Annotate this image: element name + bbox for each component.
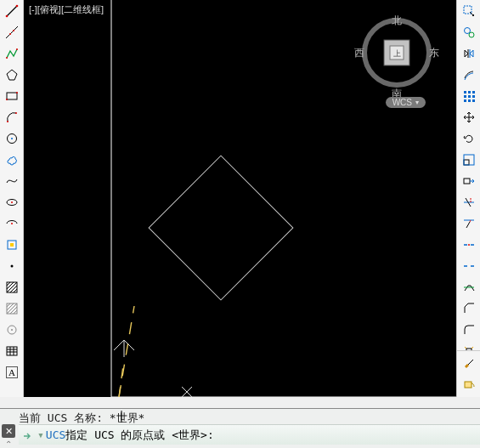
svg-point-2: [16, 4, 19, 7]
polyline-icon[interactable]: [1, 43, 23, 63]
svg-marker-8: [7, 70, 17, 80]
table-icon[interactable]: [1, 341, 23, 360]
select-similar-icon[interactable]: [458, 22, 480, 42]
svg-rect-68: [468, 99, 471, 102]
construction-line-icon[interactable]: [1, 22, 23, 42]
svg-rect-69: [472, 99, 475, 102]
command-input-line[interactable]: ▾ UCS 指定 UCS 的原点或 <世界>:: [19, 424, 480, 445]
polygon-icon[interactable]: [1, 65, 23, 84]
svg-rect-67: [464, 99, 466, 102]
view-cube[interactable]: 上 北 南 西 东: [347, 15, 441, 100]
offset-icon[interactable]: [458, 65, 480, 84]
drawing-canvas[interactable]: [-][俯视][二维线框] 上 北 南 西 东 WCS▾: [24, 0, 456, 397]
svg-point-5: [13, 30, 14, 31]
viewport-label[interactable]: [-][俯视][二维线框]: [29, 3, 104, 16]
command-input[interactable]: [214, 428, 480, 441]
svg-line-90: [468, 360, 473, 365]
svg-rect-66: [472, 95, 475, 98]
svg-rect-49: [149, 156, 293, 300]
svg-text:上: 上: [393, 49, 401, 58]
svg-point-60: [469, 32, 474, 37]
region-icon[interactable]: [1, 320, 23, 339]
svg-rect-91: [465, 382, 472, 388]
right-toolbar: [456, 0, 480, 397]
gradient-icon[interactable]: [1, 298, 23, 318]
spline-icon[interactable]: [1, 171, 23, 190]
svg-line-77: [466, 222, 470, 228]
svg-point-81: [468, 244, 470, 246]
brush-icon[interactable]: [458, 352, 480, 371]
svg-line-56: [182, 387, 192, 397]
array-icon[interactable]: [458, 86, 480, 105]
svg-rect-63: [472, 91, 475, 94]
fillet-icon[interactable]: [458, 320, 480, 339]
right-toolbar-bottom: [456, 350, 480, 397]
command-area: ✕ ⌃ 当前 UCS 名称: *世界* ▾ UCS 指定 UCS 的原点或 <世…: [0, 408, 480, 448]
svg-point-10: [6, 99, 8, 100]
command-history-line: 当前 UCS 名称: *世界*: [19, 411, 480, 424]
circle-icon[interactable]: [1, 128, 23, 148]
svg-line-52: [114, 340, 124, 350]
mirror-icon[interactable]: [458, 43, 480, 63]
svg-line-23: [7, 282, 10, 286]
svg-line-32: [10, 307, 17, 314]
svg-rect-20: [10, 243, 14, 247]
ellipse-arc-icon[interactable]: [1, 213, 23, 233]
rectangle-icon[interactable]: [1, 86, 23, 105]
svg-line-3: [6, 26, 18, 38]
command-arrow-icon: ▾: [37, 428, 44, 441]
hatch-icon[interactable]: [1, 277, 23, 297]
svg-line-53: [124, 340, 134, 350]
svg-point-4: [9, 33, 11, 35]
svg-line-27: [14, 289, 17, 292]
select-icon[interactable]: [458, 1, 480, 20]
svg-text:A: A: [8, 367, 15, 377]
svg-line-33: [14, 310, 17, 314]
svg-line-24: [7, 282, 14, 289]
break-at-point-icon[interactable]: [458, 235, 480, 254]
svg-line-87: [472, 347, 473, 349]
svg-line-29: [7, 303, 10, 307]
insert-block-icon[interactable]: [1, 235, 23, 254]
command-prompt-text: 指定 UCS 的原点或 <世界>:: [65, 428, 213, 443]
svg-rect-64: [464, 95, 466, 98]
trim-icon[interactable]: [458, 192, 480, 212]
rotate-icon[interactable]: [458, 128, 480, 148]
svg-line-0: [7, 6, 17, 16]
break-icon[interactable]: [458, 256, 480, 275]
command-expand-icon[interactable]: ⌃: [2, 439, 15, 448]
wcs-button[interactable]: WCS▾: [386, 97, 426, 108]
svg-point-17: [11, 201, 13, 203]
svg-point-11: [16, 92, 18, 94]
svg-point-35: [11, 329, 13, 331]
revision-cloud-icon[interactable]: [1, 150, 23, 169]
extend-icon[interactable]: [458, 213, 480, 233]
bucket-icon[interactable]: [458, 373, 480, 393]
svg-rect-70: [464, 160, 469, 165]
text-caret: [119, 409, 124, 424]
ellipse-icon[interactable]: [1, 192, 23, 212]
scale-icon[interactable]: [458, 150, 480, 169]
point-icon[interactable]: [1, 256, 23, 275]
svg-line-30: [7, 303, 14, 310]
arc-3pt-icon[interactable]: [1, 107, 23, 127]
compass-e: 东: [429, 47, 439, 59]
text-icon[interactable]: A: [1, 362, 23, 382]
move-icon[interactable]: [458, 107, 480, 127]
svg-rect-9: [7, 93, 17, 99]
line-icon[interactable]: [1, 1, 23, 20]
join-icon[interactable]: [458, 277, 480, 297]
svg-point-18: [11, 223, 13, 224]
ucs-icon: [114, 340, 134, 357]
svg-point-15: [11, 138, 13, 139]
svg-rect-62: [468, 91, 471, 94]
stretch-icon[interactable]: [458, 171, 480, 190]
svg-line-50: [119, 366, 123, 397]
command-close-icon[interactable]: ✕: [2, 424, 15, 438]
svg-point-59: [465, 27, 471, 33]
svg-line-26: [10, 286, 17, 292]
svg-point-12: [7, 121, 8, 122]
svg-rect-72: [464, 179, 470, 184]
command-prompt-icon: [22, 429, 34, 441]
chamfer-icon[interactable]: [458, 298, 480, 318]
